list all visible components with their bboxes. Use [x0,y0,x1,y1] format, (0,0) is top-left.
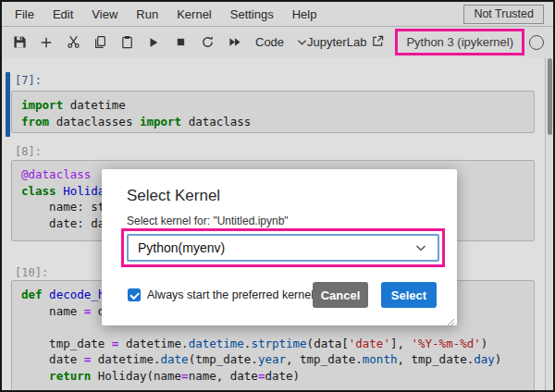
scrollbar-thumb[interactable] [548,58,552,135]
menubar-items: FileEditViewRunKernelSettingsHelp [6,7,326,21]
menubar: FileEditViewRunKernelSettingsHelp Not Tr… [2,2,553,27]
cell-prompt: [7]: [15,74,42,87]
always-start-checkbox[interactable] [128,288,141,301]
interrupt-kernel-icon[interactable] [172,31,189,54]
restart-run-all-icon[interactable] [226,31,242,54]
cell-prompt: [10]: [15,266,48,279]
copy-cell-icon[interactable] [92,31,108,54]
jupyter-notebook-window: FileEditViewRunKernelSettingsHelp Not Tr… [0,0,555,392]
cut-cell-icon[interactable] [65,31,81,54]
kernel-select-value: Python(myenv) [138,240,225,255]
dialog-select-kernel-label: Select kernel for: "Untitled.ipynb" [127,214,289,227]
cell-editor[interactable]: import datetimefrom dataclasses import d… [11,91,535,133]
restart-kernel-icon[interactable] [199,31,216,54]
cell-type-value: Code [255,35,284,49]
select-kernel-dialog: Select Kernel Select kernel for: "Untitl… [102,169,457,325]
menu-edit[interactable]: Edit [43,7,82,21]
cell-type-dropdown[interactable]: Code [255,35,307,49]
kernel-status-indicator-icon [529,35,544,50]
run-icon[interactable] [145,31,162,54]
chevron-down-icon [297,35,307,49]
chevron-down-icon [415,240,426,255]
toolbar-icons [11,31,242,54]
dialog-resize-handle[interactable] [446,314,455,324]
menu-run[interactable]: Run [127,7,167,21]
kernel-dropdown-annotation-box: Python(myenv) [121,228,445,267]
kernel-name-button[interactable]: Python 3 (ipykernel) [406,35,513,49]
jupyterlab-link[interactable]: JupyterLab [307,35,384,50]
kernel-name-annotation-box: Python 3 (ipykernel) [395,29,524,55]
save-icon[interactable] [11,31,28,54]
not-trusted-button[interactable]: Not Trusted [463,5,544,24]
active-cell-indicator [6,72,10,137]
toolbar: Code JupyterLab Python 3 (ipykernel) [2,27,553,58]
add-cell-icon[interactable] [38,31,55,54]
always-start-checkbox-label: Always start the preferred kernel [147,288,313,301]
paste-cell-icon[interactable] [118,31,135,54]
dialog-footer: Always start the preferred kernel Cancel… [128,282,437,308]
kernel-select[interactable]: Python(myenv) [127,234,439,262]
cancel-button[interactable]: Cancel [313,282,368,308]
menu-kernel[interactable]: Kernel [167,7,221,21]
cell-prompt: [8]: [15,145,42,158]
jupyterlab-link-label: JupyterLab [307,35,366,49]
menu-view[interactable]: View [82,7,127,21]
select-button[interactable]: Select [381,282,437,308]
external-link-icon [372,35,384,50]
dialog-title: Select Kernel [127,187,220,205]
menu-help[interactable]: Help [283,7,327,21]
menu-settings[interactable]: Settings [221,7,283,21]
menu-file[interactable]: File [6,7,43,21]
vertical-scrollbar [545,57,553,390]
